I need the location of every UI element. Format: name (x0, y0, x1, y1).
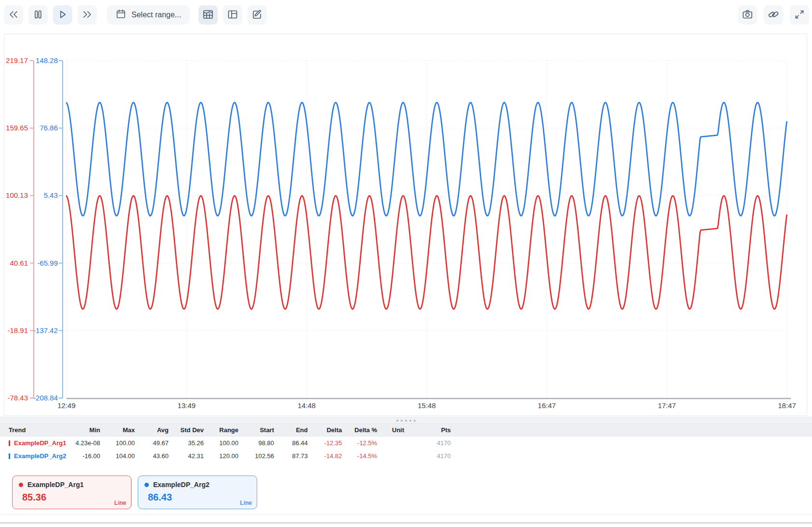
stats-cell-delta_pct: -14.5% (343, 452, 378, 460)
trend-name-cell: ExampleDP_Arg2 (0, 452, 67, 460)
legend-style-label: Line (114, 500, 126, 506)
stats-column-header[interactable]: End (275, 426, 309, 434)
stats-column-header[interactable]: Trend (0, 426, 67, 434)
stats-column-header[interactable]: Std Dev (170, 426, 205, 434)
stats-cell-pts: 4170 (424, 439, 452, 447)
legend-style-label: Line (240, 500, 252, 506)
stats-column-header[interactable]: Min (67, 426, 101, 434)
stats-cell-range: 100.00 (205, 439, 239, 447)
series-line-ExampleDP_Arg1 (66, 196, 787, 309)
stats-cell-min: -16.00 (67, 452, 101, 460)
stats-column-header[interactable]: Range (205, 426, 239, 434)
legend-section: ExampleDP_Arg1 85.36 Line ExampleDP_Arg2… (0, 467, 812, 515)
stats-cell-std_dev: 42.31 (170, 452, 205, 460)
stats-table: TrendMinMaxAvgStd DevRangeStartEndDeltaD… (0, 424, 812, 463)
legend-series-name: ExampleDP_Arg2 (153, 481, 210, 488)
legend-current-value: 86.43 (148, 492, 172, 503)
trend-chart-canvas[interactable] (0, 0, 812, 419)
stats-table-row[interactable]: ExampleDP_Arg14.23e-08100.0049.6735.2610… (0, 437, 812, 450)
legend-card-arg2[interactable]: ExampleDP_Arg2 86.43 Line (138, 476, 257, 509)
bottom-divider (0, 522, 812, 524)
stats-column-header[interactable]: Unit (378, 426, 424, 434)
stats-cell-max: 104.00 (101, 452, 136, 460)
stats-column-header[interactable]: Start (239, 426, 275, 434)
series-color-dot-blue (144, 483, 149, 487)
stats-cell-max: 100.00 (101, 439, 136, 447)
trend-name-label: ExampleDP_Arg1 (14, 439, 66, 447)
series-marker-bar (9, 440, 10, 446)
series-color-dot-red (19, 483, 23, 487)
splitter-handle[interactable] (0, 417, 812, 424)
stats-cell-pts: 4170 (424, 452, 452, 460)
stats-cell-end: 87.73 (275, 452, 309, 460)
stats-column-header[interactable]: Delta % (343, 426, 378, 434)
stats-cell-start: 102.56 (239, 452, 275, 460)
stats-column-header[interactable]: Delta (309, 426, 343, 434)
legend-card-arg1[interactable]: ExampleDP_Arg1 85.36 Line (12, 476, 131, 509)
stats-table-row[interactable]: ExampleDP_Arg2-16.00104.0043.6042.31120.… (0, 450, 812, 463)
legend-current-value: 85.36 (22, 492, 46, 503)
stats-cell-delta: -14.82 (309, 452, 343, 460)
stats-table-header: TrendMinMaxAvgStd DevRangeStartEndDeltaD… (0, 424, 812, 437)
trend-name-cell: ExampleDP_Arg1 (0, 439, 67, 447)
stats-column-header[interactable]: Max (101, 426, 136, 434)
trend-name-label: ExampleDP_Arg2 (14, 452, 66, 460)
stats-cell-min: 4.23e-08 (67, 439, 101, 447)
stats-cell-avg: 43.60 (136, 452, 170, 460)
stats-column-header[interactable]: Avg (136, 426, 170, 434)
stats-column-header[interactable]: Pts (424, 426, 452, 434)
legend-series-name: ExampleDP_Arg1 (27, 481, 84, 488)
stats-cell-end: 86.44 (275, 439, 309, 447)
stats-cell-avg: 49.67 (136, 439, 170, 447)
stats-cell-delta: -12.35 (309, 439, 343, 447)
stats-cell-range: 120.00 (205, 452, 239, 460)
stats-cell-delta_pct: -12.5% (343, 439, 378, 447)
stats-cell-start: 98.80 (239, 439, 275, 447)
series-marker-bar (9, 453, 10, 459)
stats-cell-std_dev: 35.26 (170, 439, 205, 447)
